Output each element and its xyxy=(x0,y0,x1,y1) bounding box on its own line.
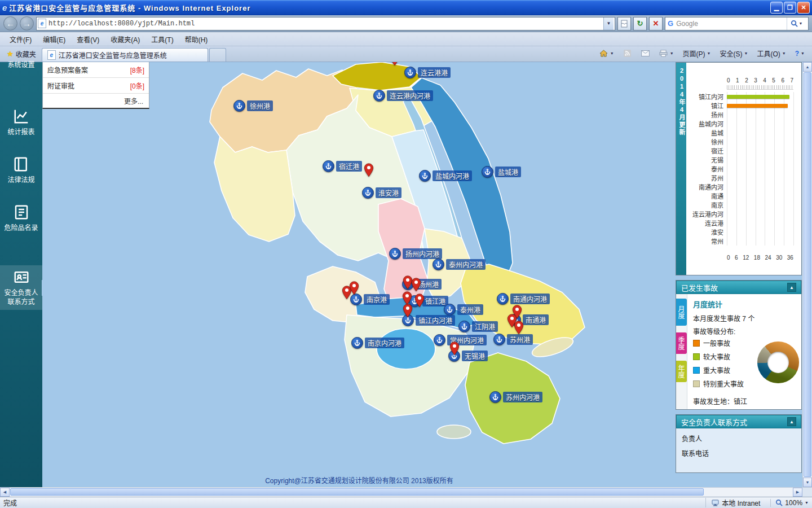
close-button[interactable]: ✕ xyxy=(797,2,810,14)
sidebar-item-statistics-report[interactable]: 统计报表 xyxy=(0,104,42,140)
chart-row[interactable]: 苏州 xyxy=(727,173,793,182)
sidebar-item-laws-regulations[interactable]: 法律法规 xyxy=(0,152,42,188)
horizontal-scroll-thumb[interactable] xyxy=(10,488,704,496)
scroll-right-button[interactable]: ▶ xyxy=(793,488,802,497)
safety-menu-button[interactable]: 安全(S)▼ xyxy=(717,47,751,60)
incident-pin-icon[interactable] xyxy=(449,341,460,356)
scroll-down-button[interactable]: ▼ xyxy=(803,478,812,487)
chart-row[interactable]: 淮安 xyxy=(727,227,793,237)
horizontal-scroll-track[interactable] xyxy=(10,488,793,497)
menu-item[interactable]: 收藏夹(A) xyxy=(105,33,145,46)
search-input[interactable]: Google xyxy=(676,20,784,28)
port-marker[interactable]: 宿迁港 xyxy=(323,160,362,172)
chart-row[interactable]: 宿迁 xyxy=(727,146,793,155)
address-field[interactable]: e http://localhost:8080/yjpt/Main.html ▼ xyxy=(36,17,615,30)
chart-row[interactable]: 镇江内河 xyxy=(727,92,793,101)
sidebar-item-safety-officer-contact[interactable]: 安全负责人联系方式› xyxy=(0,265,42,310)
port-marker[interactable]: 扬州内河港 xyxy=(389,248,442,260)
port-marker[interactable]: 苏州内河港 xyxy=(489,391,542,403)
minimize-button[interactable]: ▁ xyxy=(770,2,783,14)
port-marker[interactable]: 泰州港 xyxy=(444,304,483,316)
address-dropdown-icon[interactable]: ▼ xyxy=(603,17,614,30)
quick-panel-row[interactable]: 应急预案备案[8条] xyxy=(43,62,149,78)
incident-pin-icon[interactable] xyxy=(514,321,524,335)
port-marker[interactable]: 南通内河港 xyxy=(497,293,550,305)
read-mail-button[interactable] xyxy=(638,48,653,59)
contact-row[interactable]: 联系电话 xyxy=(676,443,801,458)
port-marker[interactable]: 徐州港 xyxy=(233,100,273,112)
search-button[interactable]: ▼ xyxy=(787,17,806,30)
home-button[interactable]: ▼ xyxy=(597,48,617,59)
zoom-control[interactable]: 100% ▼ xyxy=(775,499,809,507)
address-url[interactable]: http://localhost:8080/yjpt/Main.html xyxy=(48,20,601,28)
refresh-button[interactable]: ↻ xyxy=(633,17,647,30)
help-button[interactable]: ?▼ xyxy=(792,48,807,59)
search-box[interactable]: G Google ▼ xyxy=(665,17,809,30)
search-dropdown-icon[interactable]: ▼ xyxy=(799,21,803,25)
favorites-button[interactable]: ★ 收藏夹 xyxy=(2,47,41,61)
tab-main[interactable]: e 江苏省港口安全监管与应急管理系统 xyxy=(42,48,208,62)
collapse-button[interactable]: ▲ xyxy=(787,283,796,292)
chart-row[interactable]: 无锡 xyxy=(727,155,793,164)
menu-item[interactable]: 查看(V) xyxy=(72,33,104,46)
port-marker[interactable]: 连云港内河港 xyxy=(373,90,433,102)
scroll-up-button[interactable]: ▲ xyxy=(803,62,812,72)
chart-row[interactable]: 南通内河 xyxy=(727,182,793,191)
chart-row[interactable]: 南京 xyxy=(727,200,793,209)
port-marker[interactable]: 泰州内河港 xyxy=(433,259,486,270)
map[interactable]: 连云港港连云港内河港徐州港宿迁港淮安港盐城内河港盐城港扬州内河港泰州内河港扬州港… xyxy=(42,62,802,487)
chart-row[interactable]: 泰州 xyxy=(727,164,793,173)
port-marker[interactable]: 盐城内河港 xyxy=(419,170,472,182)
port-marker[interactable]: 连云港港 xyxy=(404,67,451,78)
incident-pin-icon[interactable] xyxy=(390,62,400,66)
new-tab-button[interactable] xyxy=(209,48,226,62)
incident-pin-icon[interactable] xyxy=(364,163,374,177)
port-marker[interactable]: 南京港 xyxy=(350,294,390,305)
port-marker[interactable]: 淮安港 xyxy=(362,187,401,199)
quick-panel-row[interactable]: 附证审批[0条] xyxy=(43,78,149,94)
collapse-button[interactable]: ▲ xyxy=(787,417,796,426)
stop-button[interactable]: ✕ xyxy=(649,17,663,30)
compatibility-view-button[interactable] xyxy=(617,17,631,30)
chart-row[interactable]: 盐城内河 xyxy=(727,119,793,128)
chart-row[interactable]: 连云港内河 xyxy=(727,209,793,218)
incident-pin-icon[interactable] xyxy=(411,278,421,292)
menu-item[interactable]: 工具(T) xyxy=(146,33,178,46)
chart-row[interactable]: 镇江 xyxy=(727,101,793,110)
horizontal-scrollbar[interactable]: ◀ ▶ xyxy=(0,487,812,497)
restore-button[interactable]: ❐ xyxy=(784,2,796,14)
period-tab-季度[interactable]: 季度 xyxy=(676,332,687,354)
more-link[interactable]: 更多... xyxy=(43,94,149,108)
port-marker[interactable]: 南京内河港 xyxy=(351,337,404,349)
period-tab-年度[interactable]: 年度 xyxy=(676,361,687,382)
vertical-scroll-thumb[interactable] xyxy=(804,72,811,477)
chart-row[interactable]: 连云港 xyxy=(727,218,793,227)
print-button[interactable]: ▼ xyxy=(656,48,677,59)
port-marker[interactable]: 苏州港 xyxy=(493,334,533,345)
incident-pin-icon[interactable] xyxy=(403,304,413,318)
menu-item[interactable]: 编辑(E) xyxy=(38,33,70,46)
port-marker[interactable]: 盐城港 xyxy=(482,166,521,178)
forward-button[interactable]: → xyxy=(20,16,34,30)
scroll-left-button[interactable]: ◀ xyxy=(0,488,10,497)
menu-item[interactable]: 文件(F) xyxy=(5,33,37,46)
incident-pin-icon[interactable] xyxy=(414,294,425,308)
page-menu-button[interactable]: 页面(P)▼ xyxy=(680,47,714,60)
back-button[interactable]: ← xyxy=(3,16,17,30)
port-marker[interactable]: 江阴港 xyxy=(458,321,498,332)
chart-row[interactable]: 南通 xyxy=(727,191,793,200)
chart-row[interactable]: 扬州 xyxy=(727,110,793,119)
tools-menu-button[interactable]: 工具(O)▼ xyxy=(754,47,788,60)
period-tab-月度[interactable]: 月度 xyxy=(676,299,687,326)
feeds-button[interactable] xyxy=(620,48,635,59)
sidebar-item-dangerous-goods-directory[interactable]: 危险品名录 xyxy=(0,200,42,236)
chart-row[interactable]: 徐州 xyxy=(727,137,793,146)
incident-pin-icon[interactable] xyxy=(349,281,359,295)
chart-row[interactable]: 常州 xyxy=(727,237,793,246)
menu-item[interactable]: 帮助(H) xyxy=(180,33,213,46)
contact-row[interactable]: 负责人 xyxy=(676,428,801,443)
vertical-scrollbar[interactable]: ▲ ▼ xyxy=(802,62,812,487)
chart-row[interactable]: 盐城 xyxy=(727,128,793,137)
port-marker[interactable]: 常州内河港 xyxy=(434,334,487,346)
sidebar-item-system-settings[interactable]: 系统设置 xyxy=(0,60,42,73)
